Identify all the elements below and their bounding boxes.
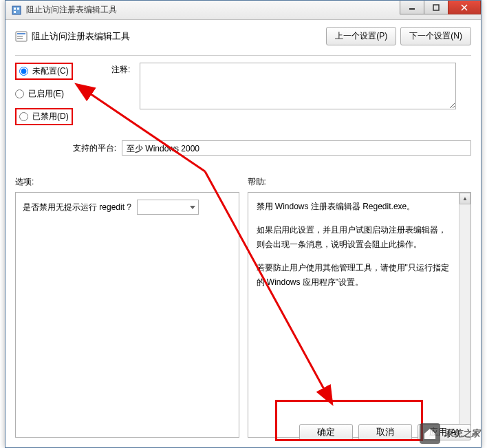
options-box: 是否禁用无提示运行 regedit ? <box>15 192 239 438</box>
maximize-button[interactable] <box>424 1 448 14</box>
supported-value: 至少 Windows 2000 <box>122 140 471 156</box>
option-line: 是否禁用无提示运行 regedit ? <box>23 200 232 215</box>
radio-enabled[interactable]: 已启用(E) <box>15 88 98 100</box>
config-row: 未配置(C) 已启用(E) 已禁用(D) 注释: <box>15 63 471 134</box>
option-dropdown[interactable] <box>137 200 199 215</box>
radio-enabled-input[interactable] <box>15 89 24 98</box>
svg-rect-1 <box>14 8 16 10</box>
help-column: 帮助: 禁用 Windows 注册表编辑器 Regedit.exe。 如果启用此… <box>248 176 472 438</box>
radio-disabled-label: 已禁用(D) <box>32 111 69 122</box>
dialog-content: 阻止访问注册表编辑工具 上一个设置(P) 下一个设置(N) 未配置(C) 已启用… <box>6 20 481 447</box>
help-text: 禁用 Windows 注册表编辑器 Regedit.exe。 如果启用此设置，并… <box>248 193 459 437</box>
svg-rect-3 <box>14 11 16 13</box>
svg-rect-10 <box>17 36 23 37</box>
watermark: 系统之家 <box>420 423 480 444</box>
help-box: 禁用 Windows 注册表编辑器 Regedit.exe。 如果启用此设置，并… <box>248 192 472 438</box>
ok-button[interactable]: 确定 <box>299 424 353 440</box>
dialog-window: 阻止访问注册表编辑工具 阻止访问注册表编辑工具 上一个设置(P) 下一个设置(N… <box>5 0 481 448</box>
app-icon <box>11 5 22 16</box>
supported-row: 支持的平台: 至少 Windows 2000 <box>15 140 471 156</box>
policy-icon <box>15 30 28 43</box>
radio-not-configured[interactable]: 未配置(C) <box>15 63 73 80</box>
options-label: 选项: <box>15 176 239 188</box>
help-p3: 若要防止用户使用其他管理工具，请使用"只运行指定的 Windows 应用程序"设… <box>257 261 451 289</box>
option-text: 是否禁用无提示运行 regedit ? <box>23 202 131 213</box>
divider <box>15 55 471 56</box>
svg-rect-2 <box>17 8 19 10</box>
radio-disabled[interactable]: 已禁用(D) <box>15 108 73 125</box>
policy-title: 阻止访问注册表编辑工具 <box>32 30 326 43</box>
titlebar: 阻止访问注册表编辑工具 <box>6 1 481 20</box>
watermark-text: 系统之家 <box>444 427 480 440</box>
help-label: 帮助: <box>248 176 472 188</box>
radio-disabled-input[interactable] <box>19 112 28 121</box>
radio-not-configured-label: 未配置(C) <box>32 65 69 77</box>
prev-setting-button[interactable]: 上一个设置(P) <box>326 27 396 45</box>
help-p1: 禁用 Windows 注册表编辑器 Regedit.exe。 <box>257 200 451 213</box>
header-row: 阻止访问注册表编辑工具 上一个设置(P) 下一个设置(N) <box>15 27 471 45</box>
window-controls <box>400 1 481 14</box>
lower-columns: 选项: 是否禁用无提示运行 regedit ? 帮助: 禁用 Windows 注… <box>15 176 471 438</box>
cancel-button[interactable]: 取消 <box>358 424 412 440</box>
comment-label: 注释: <box>111 63 130 76</box>
svg-rect-9 <box>17 33 25 34</box>
svg-rect-11 <box>17 38 23 39</box>
watermark-logo-icon <box>420 423 440 444</box>
help-p2: 如果启用此设置，并且用户试图启动注册表编辑器，则会出现一条消息，说明设置会阻止此… <box>257 223 451 251</box>
radio-group: 未配置(C) 已启用(E) 已禁用(D) <box>15 63 98 134</box>
svg-rect-0 <box>12 6 21 14</box>
minimize-button[interactable] <box>400 1 424 14</box>
radio-not-configured-input[interactable] <box>19 67 28 76</box>
options-column: 选项: 是否禁用无提示运行 regedit ? <box>15 176 239 438</box>
svg-rect-5 <box>433 5 439 10</box>
help-scrollbar[interactable]: ▲ ▼ <box>459 193 470 437</box>
comment-area: 注释: <box>111 63 471 134</box>
next-setting-button[interactable]: 下一个设置(N) <box>400 27 471 45</box>
comment-textarea[interactable] <box>140 63 456 109</box>
scroll-up-icon[interactable]: ▲ <box>459 193 470 204</box>
supported-label: 支持的平台: <box>15 142 122 154</box>
close-button[interactable] <box>448 1 481 14</box>
radio-enabled-label: 已启用(E) <box>28 88 64 100</box>
